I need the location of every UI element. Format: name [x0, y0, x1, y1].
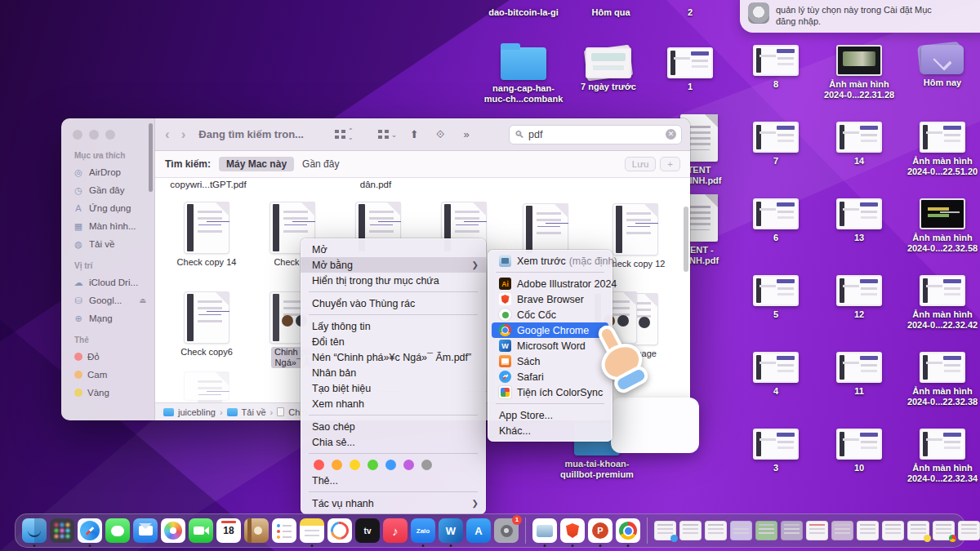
dock-minimized-window[interactable]	[755, 521, 777, 540]
context-menu-item[interactable]: Chuyển vào Thùng rác	[301, 295, 486, 311]
context-menu-item[interactable]: Hiển thị trong thư mục chứa	[301, 273, 486, 288]
path-item[interactable]: Tải về	[242, 407, 266, 417]
save-search-button[interactable]: Lưu	[625, 157, 657, 171]
file-item[interactable]: Check copy 14	[166, 202, 247, 268]
notification-banner[interactable]: quản lý tùy chọn này trong Cài đặt Mục đ…	[740, 0, 980, 33]
desktop-icon-file-14[interactable]: 14	[813, 122, 905, 167]
desktop-icon-anh-22-31-28[interactable]: Ảnh màn hình 2024-0...22.31.28	[813, 45, 905, 100]
file-item[interactable]	[505, 204, 586, 255]
tag-dot[interactable]	[403, 460, 414, 470]
context-menu-item[interactable]: Tác vụ nhanh❯	[301, 495, 486, 511]
dock-app-launchpad[interactable]	[50, 518, 74, 543]
dock-app-photos[interactable]	[161, 518, 185, 543]
dock-app-reminders[interactable]	[272, 518, 296, 543]
dock-app-calendar[interactable]: 18	[216, 518, 241, 543]
context-menu-item[interactable]: Thẻ...	[301, 473, 486, 488]
file-item[interactable]	[166, 372, 247, 400]
open-with-item[interactable]: Brave Browser	[488, 291, 612, 307]
dock-minimized-window[interactable]	[705, 521, 727, 540]
share-icon[interactable]: ⬆	[405, 128, 423, 140]
sidebar-scrollbar[interactable]	[149, 123, 153, 192]
file-item[interactable]: Check copy6	[166, 292, 247, 358]
context-menu-item[interactable]: Chia sẻ...	[301, 434, 486, 450]
scope-recent[interactable]: Gần đây	[302, 158, 339, 170]
dock-app-appstore[interactable]: A	[466, 518, 491, 543]
tag-dot[interactable]	[368, 460, 378, 470]
context-menu-item[interactable]: Mở bằng❯	[301, 257, 486, 273]
sidebar-item-desktop[interactable]: ▦Màn hình...	[73, 217, 154, 235]
desktop-icon-nang-cap-folder[interactable]: nang-cap-han- muc-ch...combank	[478, 47, 569, 104]
tag-dot[interactable]	[421, 460, 432, 470]
dock-minimized-window[interactable]	[958, 521, 980, 540]
desktop-icon-file-13[interactable]: 13	[813, 198, 905, 243]
dock-minimized-window[interactable]	[857, 521, 879, 540]
open-with-item[interactable]: AiAdobe Illustrator 2024	[488, 276, 612, 291]
context-menu-item[interactable]: Đổi tên	[301, 334, 486, 349]
dock-app-notes[interactable]	[300, 518, 324, 543]
tag-icon[interactable]: ⟐	[431, 128, 449, 141]
sidebar-item-apps[interactable]: AỨng dụng	[73, 199, 154, 217]
desktop-icon-anh-22-32-38[interactable]: Ảnh màn hình 2024-0...22.32.38	[897, 352, 980, 407]
context-menu-item[interactable]: Tạo biệt hiệu	[301, 380, 486, 396]
desktop-icon-anh-22-32-34[interactable]: Ảnh màn hình 2024-0...22.32.34	[897, 429, 980, 484]
tag-dot[interactable]	[314, 460, 324, 470]
more-toolbar-icon[interactable]: »	[457, 128, 475, 140]
dock-minimized-window[interactable]	[730, 521, 752, 540]
desktop-icon-file-8[interactable]: 8	[730, 45, 822, 90]
desktop-icon-file-2[interactable]: 2	[644, 4, 736, 18]
dock-app-music[interactable]: ♪	[383, 518, 408, 543]
dock-minimized-window[interactable]	[831, 521, 853, 540]
dock-minimized-window[interactable]	[882, 521, 904, 540]
sidebar-item-tag-orange[interactable]: Cam	[73, 366, 154, 384]
dock-app-word[interactable]: W	[439, 518, 463, 543]
open-with-item[interactable]: Khác...	[488, 423, 612, 438]
forward-icon[interactable]: ›	[180, 127, 188, 143]
back-icon[interactable]: ‹	[163, 127, 172, 143]
sidebar-item-tag-red[interactable]: Đỏ	[73, 348, 154, 366]
dock-minimized-window[interactable]	[781, 521, 803, 540]
tag-dot[interactable]	[385, 460, 396, 470]
search-input[interactable]	[528, 129, 662, 140]
dock-app-powerpoint[interactable]: P	[588, 518, 612, 543]
dock-app-fitness[interactable]	[327, 518, 352, 543]
dock-minimized-window[interactable]	[907, 521, 929, 540]
desktop-icon-anh-22-32-42[interactable]: Ảnh màn hình 2024-0...22.32.42	[897, 275, 980, 331]
desktop-icon-dao-bitcoin[interactable]: dao-bitcoin-la-gi	[478, 4, 569, 18]
sidebar-item-globe[interactable]: ⊕Mạng	[73, 309, 154, 327]
context-menu-item[interactable]: Mở	[301, 242, 486, 257]
dock-minimized-window[interactable]	[679, 521, 702, 540]
context-menu-item[interactable]: Xem nhanh	[301, 396, 486, 411]
desktop-icon-file-3[interactable]: 3	[730, 429, 822, 473]
dock-minimized-window[interactable]	[933, 521, 955, 540]
open-with-item[interactable]: Xem trước(mặc định)	[488, 253, 612, 269]
dock-minimized-window[interactable]	[654, 521, 676, 540]
desktop-icon-file-1[interactable]: 1	[644, 47, 736, 92]
dock-app-messages[interactable]	[105, 518, 130, 543]
path-item[interactable]: juicebling	[178, 407, 216, 417]
dock-app-appletv[interactable]: tv	[355, 518, 380, 543]
desktop-icon-file-11[interactable]: 11	[813, 352, 905, 397]
desktop-icon-7-ngay-truoc[interactable]: 7 ngày trước	[563, 47, 654, 92]
sidebar-item-drive[interactable]: ⛁Googl...⏏	[73, 291, 154, 309]
sidebar-item-cloud[interactable]: ☁iCloud Dri...	[73, 273, 154, 291]
context-menu-item[interactable]: Nhân bản	[301, 365, 486, 380]
desktop-icon-file-7[interactable]: 7	[730, 122, 822, 167]
sidebar-item-download[interactable]: ◍Tải về	[73, 235, 154, 253]
tag-dot[interactable]	[332, 460, 342, 470]
desktop-icon-file-5[interactable]: 5	[730, 275, 822, 320]
tag-dot[interactable]	[350, 460, 360, 470]
dock-app-facetime[interactable]	[189, 518, 213, 543]
dock-app-zalo[interactable]: Zalo	[411, 518, 435, 543]
desktop-icon-anh-22-51-20[interactable]: Ảnh màn hình 2024-0...22.51.20	[897, 122, 980, 177]
search-field[interactable]: 🔍︎ ✕	[509, 125, 682, 144]
desktop-icon-hom-qua[interactable]: Hôm qua	[565, 4, 657, 18]
desktop-icon-file-12[interactable]: 12	[813, 275, 905, 320]
sidebar-item-tag-yellow[interactable]: Vàng	[73, 384, 154, 402]
clear-search-icon[interactable]: ✕	[666, 129, 676, 140]
dock-app-safari[interactable]	[78, 518, 102, 543]
dock-app-settings[interactable]: 1	[494, 518, 519, 543]
add-scope-button[interactable]: +	[660, 157, 680, 171]
close-button[interactable]	[73, 130, 82, 140]
scope-this-mac[interactable]: Máy Mac này	[219, 157, 294, 171]
dock-app-chrome[interactable]	[616, 518, 640, 543]
